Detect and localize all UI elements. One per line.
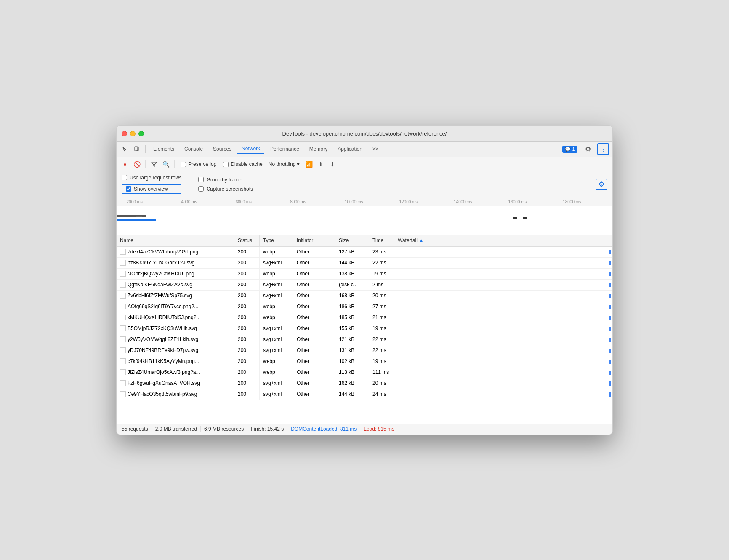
td-size: 131 kB [335, 345, 369, 356]
show-overview-text: Show overview [134, 186, 168, 192]
group-by-frame-checkbox[interactable] [198, 177, 204, 182]
waterfall-bar [609, 305, 611, 309]
tab-more[interactable]: >> [368, 144, 383, 154]
close-button[interactable] [122, 131, 127, 136]
settings-panel: Use large request rows Show overview Gro… [117, 172, 612, 197]
td-size: 185 kB [335, 312, 369, 323]
th-status[interactable]: Status [234, 235, 260, 246]
capture-screenshots-label[interactable]: Capture screenshots [198, 186, 253, 192]
file-name: yDJ70NF49BREe9kHD7pw.svg [128, 347, 198, 353]
sort-arrow-icon: ▲ [419, 238, 423, 243]
td-name: JiZisZ4UmarOjo5cAwf3.png?a... [117, 367, 234, 378]
td-type: svg+xml [260, 334, 293, 345]
waterfall-red-line [460, 345, 460, 356]
disable-cache-label[interactable]: Disable cache [221, 161, 265, 167]
td-type: webp [260, 247, 293, 257]
overview-bar-4 [523, 217, 527, 219]
table-row[interactable]: B5QMjpRJZ72xKQ3uWLlh.svg200svg+xmlOther1… [117, 323, 612, 334]
device-icon[interactable] [132, 144, 142, 154]
throttle-label: No throttling [269, 161, 296, 167]
tab-network[interactable]: Network [237, 144, 264, 154]
td-status: 200 [234, 356, 260, 367]
tab-sources[interactable]: Sources [209, 144, 236, 154]
settings-button[interactable]: ⚙ [582, 143, 594, 155]
waterfall-bar [609, 381, 611, 386]
settings-gear-button[interactable]: ⚙ [596, 179, 607, 190]
td-initiator: Other [293, 323, 335, 334]
load-time: Load: 815 ms [360, 426, 398, 432]
show-overview-label[interactable]: Show overview [126, 186, 168, 192]
toolbar-sep-2 [174, 160, 175, 168]
use-large-rows-checkbox[interactable] [122, 175, 127, 180]
waterfall-bar [609, 250, 611, 254]
table-row[interactable]: yDJ70NF49BREe9kHD7pw.svg200svg+xmlOther1… [117, 345, 612, 356]
preserve-log-checkbox[interactable] [181, 162, 186, 167]
tab-application[interactable]: Application [333, 144, 367, 154]
timeline-container[interactable]: 2000 ms 4000 ms 6000 ms 8000 ms 10000 ms… [117, 197, 612, 235]
search-button[interactable]: 🔍 [161, 159, 171, 169]
feedback-badge[interactable]: 💬 1 [562, 146, 577, 153]
record-button[interactable]: ● [120, 159, 130, 169]
table-row[interactable]: y2W5yVOMWqgL8ZE1Lklh.svg200svg+xmlOther1… [117, 334, 612, 345]
th-name[interactable]: Name [117, 235, 234, 246]
th-waterfall[interactable]: Waterfall ▲ [394, 235, 612, 246]
td-size: (disk c... [335, 280, 369, 290]
clear-button[interactable]: 🚫 [132, 159, 142, 169]
wifi-icon[interactable]: 📶 [304, 159, 314, 169]
customize-button[interactable]: ⋮ [597, 143, 609, 155]
td-name: xMKUHQxXLiRDiiUTol5J.png?... [117, 312, 234, 323]
tick-6000: 6000 ms [236, 200, 252, 204]
tab-performance[interactable]: Performance [266, 144, 303, 154]
file-name: AQfq69qS2Ig6lT9Y7vcc.png?... [128, 304, 198, 309]
table-row[interactable]: xMKUHQxXLiRDiiUTol5J.png?...200webpOther… [117, 312, 612, 323]
table-row[interactable]: tJOhr2jBQWy2CdKHDlUI.png...200webpOther1… [117, 269, 612, 280]
download-icon[interactable]: ⬇ [327, 159, 338, 169]
use-large-rows-label[interactable]: Use large request rows [122, 175, 181, 181]
upload-icon[interactable]: ⬆ [316, 159, 326, 169]
table-row[interactable]: 7de7f4a7CkVWIp5oq7AGrl.png....200webpOth… [117, 247, 612, 258]
table-row[interactable]: c7kf94kHB11kK5AyYyMn.png...200webpOther1… [117, 356, 612, 367]
tab-memory[interactable]: Memory [305, 144, 332, 154]
minimize-button[interactable] [130, 131, 136, 136]
th-initiator[interactable]: Initiator [293, 235, 335, 246]
table-row[interactable]: Ce9YHacO35q8t5wbmFp9.svg200svg+xmlOther1… [117, 389, 612, 400]
td-initiator: Other [293, 312, 335, 323]
tick-4000: 4000 ms [181, 200, 197, 204]
preserve-log-label[interactable]: Preserve log [178, 161, 219, 167]
timeline-overview[interactable] [117, 206, 612, 235]
tab-elements[interactable]: Elements [149, 144, 178, 154]
cursor-icon[interactable] [120, 144, 130, 154]
th-type[interactable]: Type [260, 235, 293, 246]
table-row[interactable]: FzH6gwuHgXuGnasATVOH.svg200svg+xmlOther1… [117, 378, 612, 389]
filter-button[interactable] [149, 159, 159, 169]
file-icon [120, 358, 126, 364]
show-overview-box: Show overview [122, 184, 181, 194]
table-row[interactable]: hz8BXb9YIYLhCGarY12J.svg200svg+xmlOther1… [117, 258, 612, 269]
table-row[interactable]: AQfq69qS2Ig6lT9Y7vcc.png?...200webpOther… [117, 301, 612, 312]
td-initiator: Other [293, 389, 335, 400]
throttle-select-container[interactable]: No throttling ▼ [267, 159, 303, 169]
show-overview-checkbox[interactable] [126, 186, 131, 192]
maximize-button[interactable] [138, 131, 144, 136]
group-by-frame-label[interactable]: Group by frame [198, 177, 253, 183]
file-name: JiZisZ4UmarOjo5cAwf3.png?a... [128, 369, 200, 375]
disable-cache-checkbox[interactable] [223, 162, 229, 167]
th-time-label: Time [372, 237, 383, 243]
table-row[interactable]: JiZisZ4UmarOjo5cAwf3.png?a...200webpOthe… [117, 367, 612, 378]
td-name: yDJ70NF49BREe9kHD7pw.svg [117, 345, 234, 356]
td-time: 24 ms [369, 389, 394, 400]
capture-screenshots-checkbox[interactable] [198, 186, 204, 192]
tick-8000: 8000 ms [290, 200, 306, 204]
table-row[interactable]: QgftKdlKE6NqaFwlZAVc.svg200svg+xmlOther(… [117, 280, 612, 291]
td-initiator: Other [293, 291, 335, 301]
table-row[interactable]: Zv6sbHi6fZfZMWufSp75.svg200svg+xmlOther1… [117, 291, 612, 301]
td-initiator: Other [293, 356, 335, 367]
resources-size: 6.9 MB resources [201, 426, 247, 432]
td-name: Ce9YHacO35q8t5wbmFp9.svg [117, 389, 234, 400]
th-size[interactable]: Size [335, 235, 369, 246]
td-waterfall [394, 291, 612, 301]
th-time[interactable]: Time [369, 235, 394, 246]
tab-console[interactable]: Console [180, 144, 207, 154]
td-waterfall [394, 280, 612, 290]
td-status: 200 [234, 323, 260, 334]
